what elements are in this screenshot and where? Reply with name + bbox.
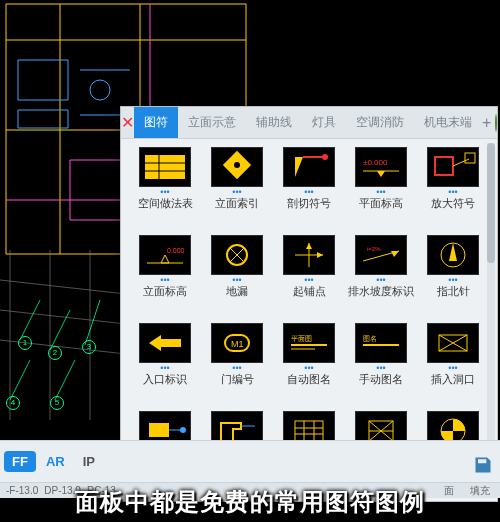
symbol-item[interactable]: i=2% ••• 排水坡度标识	[347, 235, 415, 319]
svg-rect-38	[465, 153, 475, 163]
svg-text:平面图: 平面图	[291, 335, 312, 342]
symbol-label: 放大符号	[431, 197, 475, 210]
mode-ff-button[interactable]: FF	[4, 451, 36, 472]
mode-ar-button[interactable]: AR	[38, 451, 73, 472]
tab-elevation[interactable]: 立面示意	[178, 107, 246, 138]
symbol-dots-icon: •••	[376, 365, 385, 371]
symbol-thumb	[283, 147, 335, 187]
symbol-dots-icon: •••	[376, 277, 385, 283]
symbol-item[interactable]: ••• 剖切符号	[275, 147, 343, 231]
symbol-thumb	[139, 323, 191, 363]
symbol-item[interactable]: ••• 立面索引	[203, 147, 271, 231]
symbol-thumb: M1	[211, 323, 263, 363]
svg-marker-48	[317, 252, 323, 258]
mode-buttons: FF AR IP	[4, 451, 103, 472]
cad-callout: 4	[6, 396, 20, 410]
symbol-item[interactable]: 0.000 ••• 立面标高	[131, 235, 199, 319]
svg-text:0.000: 0.000	[167, 247, 185, 254]
symbol-label: 平面标高	[359, 197, 403, 210]
cad-callout: 1	[18, 336, 32, 350]
svg-line-19	[20, 300, 40, 340]
tab-hvac-fire[interactable]: 空调消防	[346, 107, 414, 138]
symbol-dots-icon: •••	[232, 277, 241, 283]
panel-scroll-thumb[interactable]	[487, 143, 495, 263]
symbol-dots-icon: •••	[304, 189, 313, 195]
symbol-label: 指北针	[437, 285, 470, 298]
svg-marker-54	[149, 335, 181, 351]
tab-add-button[interactable]: +	[482, 107, 491, 138]
symbol-label: 地漏	[226, 285, 248, 298]
symbol-label: 手动图名	[359, 373, 403, 386]
symbol-dots-icon: •••	[304, 277, 313, 283]
symbol-thumb: 平面图	[283, 323, 335, 363]
svg-point-7	[90, 80, 110, 100]
symbol-thumb: ±0.000	[355, 147, 407, 187]
symbol-label: 起铺点	[293, 285, 326, 298]
svg-text:M1: M1	[231, 339, 244, 349]
symbol-item[interactable]: ••• 空间做法表	[131, 147, 199, 231]
symbol-label: 立面索引	[215, 197, 259, 210]
svg-marker-30	[295, 157, 303, 177]
symbol-dots-icon: •••	[160, 189, 169, 195]
tab-symbols[interactable]: 图符	[134, 107, 178, 138]
cad-callout: 2	[48, 346, 62, 360]
tab-mep[interactable]: 机电末端	[414, 107, 482, 138]
symbol-item[interactable]: 图名 ••• 手动图名	[347, 323, 415, 407]
symbol-label: 入口标识	[143, 373, 187, 386]
svg-point-29	[234, 162, 240, 168]
symbol-thumb: 图名	[355, 323, 407, 363]
cad-callout: 3	[82, 340, 96, 354]
symbol-thumb	[211, 147, 263, 187]
symbol-label: 插入洞口	[431, 373, 475, 386]
panel-close-button[interactable]: ✕	[121, 107, 134, 138]
symbol-item[interactable]: ••• 起铺点	[275, 235, 343, 319]
svg-marker-40	[161, 255, 169, 263]
svg-marker-47	[306, 243, 312, 249]
symbol-item[interactable]: ••• 地漏	[203, 235, 271, 319]
symbol-thumb: i=2%	[355, 235, 407, 275]
svg-rect-69	[295, 421, 323, 441]
symbol-dots-icon: •••	[160, 277, 169, 283]
symbol-thumb	[211, 235, 263, 275]
symbol-item[interactable]: ±0.000 ••• 平面标高	[347, 147, 415, 231]
symbol-thumb	[427, 235, 479, 275]
svg-text:±0.000: ±0.000	[363, 158, 388, 167]
symbol-item[interactable]: ••• 指北针	[419, 235, 487, 319]
symbol-thumb	[139, 147, 191, 187]
bottom-toolbar: FF AR IP	[0, 440, 500, 482]
svg-point-67	[180, 427, 186, 433]
symbol-dots-icon: •••	[160, 365, 169, 371]
symbol-item[interactable]: M1 ••• 门编号	[203, 323, 271, 407]
symbol-label: 排水坡度标识	[348, 285, 414, 298]
svg-marker-35	[377, 171, 385, 177]
svg-rect-24	[145, 155, 185, 179]
svg-rect-65	[149, 423, 169, 437]
symbol-dots-icon: •••	[232, 365, 241, 371]
svg-point-32	[322, 154, 328, 160]
mode-ip-button[interactable]: IP	[75, 451, 103, 472]
symbol-dots-icon: •••	[448, 365, 457, 371]
symbol-item[interactable]: 平面图 ••• 自动图名	[275, 323, 343, 407]
symbol-label: 自动图名	[287, 373, 331, 386]
panel-tabstrip: ✕ 图符 立面示意 辅助线 灯具 空调消防 机电末端 +	[121, 107, 497, 139]
symbol-item[interactable]: ••• 插入洞口	[419, 323, 487, 407]
symbol-label: 剖切符号	[287, 197, 331, 210]
symbol-item[interactable]: ••• 放大符号	[419, 147, 487, 231]
symbol-thumb: 0.000	[139, 235, 191, 275]
svg-text:图名: 图名	[363, 335, 377, 342]
svg-line-23	[55, 360, 75, 400]
svg-line-21	[85, 300, 100, 345]
tab-guides[interactable]: 辅助线	[246, 107, 302, 138]
symbol-dots-icon: •••	[232, 189, 241, 195]
panel-knob-icon[interactable]	[495, 114, 497, 132]
symbol-dots-icon: •••	[448, 189, 457, 195]
cad-callout: 5	[50, 396, 64, 410]
tab-lights[interactable]: 灯具	[302, 107, 346, 138]
svg-line-22	[10, 360, 30, 400]
save-icon[interactable]	[472, 454, 494, 476]
symbol-thumb	[427, 147, 479, 187]
symbol-thumb	[427, 323, 479, 363]
symbol-thumb	[283, 235, 335, 275]
symbol-label: 空间做法表	[138, 197, 193, 210]
symbol-item[interactable]: ••• 入口标识	[131, 323, 199, 407]
